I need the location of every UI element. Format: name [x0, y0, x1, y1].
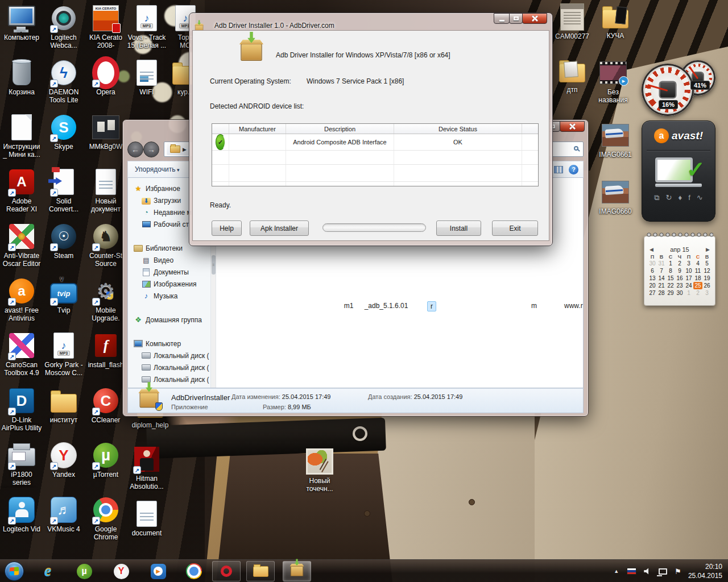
feed-icon[interactable]: ∿	[697, 193, 703, 202]
taskbar-yandex[interactable]: Y	[112, 562, 130, 580]
calendar-day[interactable]: 11	[693, 267, 702, 275]
desktop-icon-steam[interactable]: ☉↗Steam	[43, 223, 84, 260]
desktop-icon-новый-документ[interactable]: Новый документ	[85, 168, 126, 213]
calendar-day[interactable]: 1	[666, 260, 675, 267]
file-label-www-razlo4ka-ru[interactable]: www.razlo4ka.ru	[561, 301, 584, 310]
desktop-icon-logitech-vid[interactable]: ↗Logitech Vid	[1, 496, 42, 533]
calendar-day[interactable]: 16	[675, 275, 684, 282]
desktop-icon-skype[interactable]: S↗Skype	[43, 114, 84, 151]
device-row[interactable]: ✓ Android Composite ADB Interface OK	[212, 134, 538, 151]
close-button[interactable]	[560, 121, 585, 132]
taskbar-adb-installer-window[interactable]	[283, 561, 311, 581]
taskbar-chrome[interactable]	[185, 562, 203, 580]
apk-installer-button[interactable]: Apk Installer	[250, 221, 309, 236]
desktop-icon-avast-free-antivirus[interactable]: a↗avast! Free Antivirus	[1, 277, 42, 322]
sidebar-item-локальный-диск[interactable]: Локальный диск (	[128, 373, 210, 385]
forward-button[interactable]: →	[143, 142, 159, 157]
desktop-icon-ccleaner[interactable]: C↗CCleaner	[85, 387, 126, 424]
sidebar-item-локальный-диск[interactable]: Локальный диск (	[128, 361, 210, 373]
avast-gadget[interactable]: a avast! ✓ ⧉ ↻ ♦ f ∿	[642, 120, 715, 222]
hidden-icons-arrow[interactable]: ▲	[614, 568, 619, 574]
calendar-day[interactable]: 8	[666, 267, 675, 275]
desktop-icon-document[interactable]: document	[126, 500, 167, 537]
desktop-icon-cam00277[interactable]: CAM00277	[552, 3, 593, 40]
desktop-icon-gorky-park-moscow-c[interactable]: ♪Gorky Park - Moscow C...	[43, 332, 84, 377]
desktop-icon-куча[interactable]: КУЧА	[595, 3, 636, 40]
calendar-gadget[interactable]: ◀ апр 15 ▶ ПВСЧПСВ 303112345678910111213…	[644, 231, 715, 306]
desktop-icon-install-flash[interactable]: finstall_flash	[85, 332, 126, 369]
breadcrumb[interactable]: ▶	[167, 143, 190, 155]
desktop-icon-anti-vibrate-oscar-editor[interactable]: ↗Anti-Vibrate Oscar Editor	[1, 223, 42, 268]
start-button[interactable]	[5, 562, 24, 581]
calendar-day[interactable]: 19	[702, 275, 712, 282]
scrollbar-thumb[interactable]: ≡	[212, 255, 216, 275]
desktop-icon-imag0661[interactable]: IMAG0661	[595, 122, 636, 159]
desktop-icon-logitech-webca[interactable]: ↗Logitech Webca...	[43, 5, 84, 49]
refresh-icon[interactable]: ↻	[666, 193, 672, 202]
calendar-day[interactable]: 20	[648, 282, 657, 289]
desktop-icon-opera[interactable]: ↗Opera	[85, 59, 126, 96]
desktop-icon-solid-convert[interactable]: ↗Solid Convert...	[43, 168, 84, 213]
desktop-icon-kia-cerato-2008[interactable]: KIA Cerato 2008-	[85, 5, 126, 49]
desktop-icon-vova-track-15-белая[interactable]: ♪Vova - Track 15 (Белая ...	[126, 5, 167, 49]
desktop-icon-d-link-airplus-utility[interactable]: D↗D-Link AirPlus Utility	[1, 387, 42, 432]
desktop-icon-imag0660[interactable]: IMAG0660	[595, 178, 636, 215]
sidebar-item-домашняя-группа[interactable]: Домашняя группа	[128, 314, 210, 326]
desktop-icon-mmkbg0w[interactable]: MMkBg0W	[85, 114, 126, 151]
language-flag-russia-icon[interactable]	[627, 568, 636, 575]
sidebar-item-локальный-диск[interactable]: Локальный диск (	[128, 350, 210, 361]
close-button[interactable]	[522, 13, 547, 24]
file-label-m1[interactable]: m1	[341, 301, 357, 310]
sidebar-item-компьютер[interactable]: Компьютер	[128, 338, 210, 350]
calendar-day[interactable]: 28	[657, 289, 666, 297]
calendar-selected-day[interactable]: 25	[693, 282, 702, 289]
calendar-day[interactable]: 30	[648, 260, 657, 267]
calendar-day[interactable]: 22	[666, 282, 675, 289]
calendar-day[interactable]: 12	[702, 267, 712, 275]
network-icon[interactable]	[659, 568, 667, 575]
taskbar-explorer-window[interactable]	[246, 561, 275, 581]
prev-month-arrow[interactable]: ◀	[650, 247, 653, 252]
calendar-day[interactable]: 17	[684, 275, 693, 282]
calendar-day[interactable]: 2	[675, 260, 684, 267]
calendar-day[interactable]: 24	[684, 282, 693, 289]
file-label-m[interactable]: m	[528, 301, 540, 310]
calendar-day[interactable]: 9	[675, 267, 684, 275]
calendar-day[interactable]: 27	[648, 289, 657, 297]
calendar-day[interactable]: 30	[675, 289, 684, 297]
taskbar-utorrent[interactable]: µ	[75, 562, 93, 580]
maximize-button[interactable]	[509, 13, 523, 24]
desktop-icon-компьютер[interactable]: Компьютер	[1, 5, 42, 41]
desktop-icon-корзина[interactable]: Корзина	[1, 59, 42, 96]
desktop-icon-daemon-tools-lite[interactable]: ϟ↗DAEMON Tools Lite	[43, 59, 84, 104]
calendar-day[interactable]: 15	[666, 275, 675, 282]
calendar-day[interactable]: 5	[702, 260, 712, 267]
desktop-icon-институт[interactable]: институт	[43, 387, 84, 424]
taskbar-opera-window[interactable]	[212, 561, 241, 581]
file-label-r[interactable]: r	[427, 301, 436, 311]
window-icon[interactable]: ⧉	[654, 193, 659, 202]
desktop-icon-adobe-reader-xi[interactable]: A↗Adobe Reader XI	[1, 168, 42, 213]
exit-button[interactable]: Exit	[492, 221, 538, 236]
calendar-day[interactable]: 29	[666, 289, 675, 297]
desktop-icon-mobile-upgrade[interactable]: ⚙↗Mobile Upgrade.	[85, 277, 126, 322]
sidebar-item-документы[interactable]: Документы	[128, 266, 210, 278]
calendar-day[interactable]: 6	[648, 267, 657, 275]
cpu-meter-gadget[interactable]: 16% 41%	[640, 59, 721, 119]
facebook-icon[interactable]: f	[688, 193, 690, 202]
help-icon[interactable]: ?	[569, 165, 578, 174]
calendar-day[interactable]: 26	[702, 282, 712, 289]
calendar-day[interactable]: 4	[693, 260, 702, 267]
twitter-icon[interactable]: ♦	[679, 193, 682, 202]
file-label-adb-5-1-6-01[interactable]: _adb_5.1.6.01	[362, 301, 411, 310]
taskbar-internet-explorer[interactable]	[39, 562, 57, 580]
install-button[interactable]: Install	[436, 221, 481, 236]
desktop-icon-canoscan-toolbox-4-9[interactable]: ↗CanoScan Toolbox 4.9	[1, 332, 42, 377]
taskbar-media-player[interactable]: ▶	[149, 562, 167, 580]
organize-button[interactable]: Упорядочить	[135, 165, 179, 173]
desktop-icon-vkmusic-4[interactable]: ♬↗VKMusic 4	[43, 496, 84, 533]
next-month-arrow[interactable]: ▶	[706, 247, 710, 252]
desktop-icon-без-названия[interactable]: Без названия	[593, 59, 634, 104]
desktop-icon-torrent[interactable]: µ↗µTorrent	[85, 442, 126, 479]
desktop-icon-hitman-absolutio[interactable]: ↗Hitman Absolutio...	[126, 446, 167, 490]
